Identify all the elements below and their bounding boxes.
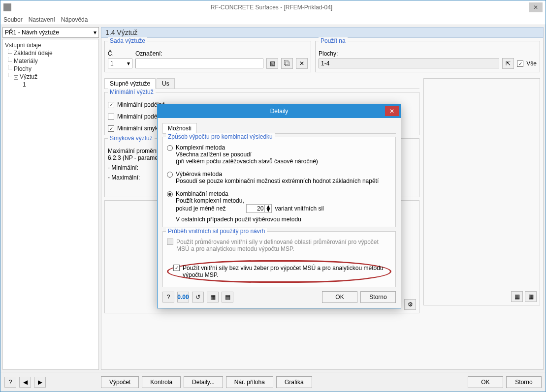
- radio-combination-sub1: Použít komplexní metodu,: [176, 197, 324, 204]
- group-reinf-set: Sada výztuže Č. Označení: 1▾ ▧ ⿻ ✕: [104, 41, 311, 72]
- menubar: Soubor Nastavení Nápověda: [0, 14, 546, 25]
- chk-min-long-2[interactable]: [108, 114, 114, 120]
- chevron-down-icon: ▾: [94, 29, 96, 36]
- calc-button[interactable]: Výpočet: [101, 376, 139, 388]
- chk-min-shear[interactable]: ✓: [108, 125, 114, 132]
- main-window: RF-CONCRETE Surfaces - [RFEM-Priklad-04]…: [0, 0, 546, 392]
- tab-us[interactable]: Us: [157, 78, 175, 89]
- menu-help[interactable]: Nápověda: [61, 16, 88, 23]
- ok-button[interactable]: OK: [468, 376, 503, 388]
- spinner-down-icon[interactable]: ▼: [265, 209, 271, 212]
- radio-complex-label: Komplexní metoda: [176, 144, 318, 151]
- library-icon-2[interactable]: ▦: [525, 291, 537, 302]
- radio-selection[interactable]: [167, 172, 173, 178]
- group-apply-title: Použít na: [319, 37, 348, 44]
- chevron-down-icon: ▾: [127, 60, 130, 67]
- set-name-input[interactable]: [135, 59, 263, 68]
- pick-icon[interactable]: ⇱: [502, 58, 514, 69]
- footer-help-icon[interactable]: ?: [4, 377, 16, 388]
- chk-no-ribs[interactable]: ✓: [173, 265, 180, 271]
- radio-complex-sub1: Všechna zatížení se posoudí: [176, 151, 318, 158]
- col-number-label: Č.: [108, 50, 132, 57]
- dialog-group-method: Způsob výpočtu pro kombinaci výsledku Ko…: [162, 137, 396, 227]
- radio-combination-label: Kombinační metoda: [176, 190, 324, 197]
- dialog-cancel-button[interactable]: Storno: [360, 291, 396, 303]
- radio-combination-sub4: V ostatních případech použít výběrovou m…: [176, 216, 324, 223]
- help-icon[interactable]: ?: [162, 292, 174, 302]
- footer-next-icon[interactable]: ▶: [34, 377, 46, 388]
- case-combo-value: PŘ1 - Návrh výztuže: [5, 29, 59, 36]
- set-number-value: 1: [110, 60, 114, 67]
- panel-title: 1.4 Výztuž: [101, 27, 544, 38]
- units-icon[interactable]: 0.00: [177, 292, 189, 302]
- variant-count-spinner[interactable]: 20 ▲▼: [246, 204, 272, 213]
- details-dialog: Detaily ✕ Možnosti Způsob výpočtu pro ko…: [157, 104, 401, 308]
- group-shear-title: Smyková výztuž: [108, 135, 155, 142]
- sidebar: PŘ1 - Návrh výztuže ▾ Vstupní údaje Zákl…: [2, 27, 99, 370]
- dialog-tab-options[interactable]: Možnosti: [162, 123, 197, 133]
- nav-tree: Vstupní údaje Základní údaje Materiály P…: [2, 39, 99, 370]
- col-name-label: Označení:: [135, 50, 162, 57]
- collapse-icon[interactable]: -: [14, 75, 18, 80]
- case-combo[interactable]: PŘ1 - Návrh výztuže ▾: [2, 27, 99, 38]
- surfaces-input[interactable]: 1-4: [319, 59, 499, 68]
- cancel-button[interactable]: Storno: [506, 376, 542, 388]
- new-icon[interactable]: ▧: [266, 58, 278, 69]
- reset-icon[interactable]: ↺: [192, 292, 204, 302]
- surfaces-label: Plochy:: [319, 50, 537, 57]
- window-close-button[interactable]: ✕: [529, 2, 543, 12]
- chk-averaged-forces: [167, 239, 173, 245]
- tree-item-basic[interactable]: Základní údaje: [5, 49, 96, 57]
- group-reinf-set-title: Sada výztuže: [108, 37, 147, 44]
- chk-min-long-1[interactable]: ✓: [108, 102, 114, 108]
- dialog-ok-button[interactable]: OK: [322, 291, 357, 303]
- tree-item-surfaces[interactable]: Plochy: [5, 65, 96, 73]
- settings-icon[interactable]: ⚙: [404, 299, 416, 310]
- delete-icon[interactable]: ✕: [296, 58, 308, 69]
- surfaces-value: 1-4: [321, 60, 329, 67]
- radio-complex-sub2: (při velkém počtu zatěžovacích stavů čas…: [176, 158, 318, 165]
- radio-combination-sub2: pokud je méně než: [176, 205, 225, 212]
- tab-ratios[interactable]: Stupně výztuže: [104, 78, 156, 89]
- check-button[interactable]: Kontrola: [142, 376, 181, 388]
- tree-item-reinf-1[interactable]: 1: [5, 81, 96, 89]
- radio-selection-label: Výběrová metoda: [176, 171, 379, 178]
- library-icon-1[interactable]: ▦: [511, 291, 523, 302]
- group-apply: Použít na Plochy: 1-4 ⇱ ✓ Vše: [315, 41, 540, 72]
- copy-icon[interactable]: ⿻: [281, 58, 293, 69]
- details-button[interactable]: Detaily...: [184, 376, 223, 388]
- tree-item-reinf[interactable]: -Výztuž: [5, 73, 96, 81]
- radio-selection-sub: Posoudí se pouze kombinační možnosti ext…: [176, 178, 379, 184]
- footer-prev-icon[interactable]: ◀: [19, 377, 31, 388]
- tree-item-reinf-label: Výztuž: [20, 73, 37, 80]
- dialog-group-method-title: Způsob výpočtu pro kombinaci výsledku: [166, 133, 275, 140]
- nat-annex-button[interactable]: Nár. příloha: [226, 376, 273, 388]
- window-title: RF-CONCRETE Surfaces - [RFEM-Priklad-04]: [14, 4, 529, 11]
- preview-area: ▦ ▦: [423, 78, 540, 305]
- dialog-body: Možnosti Způsob výpočtu pro kombinaci vý…: [158, 118, 401, 308]
- load-icon[interactable]: ▦: [207, 292, 219, 302]
- dialog-title: Detaily: [270, 108, 289, 115]
- radio-combination[interactable]: [167, 191, 173, 197]
- group-min-reinf-title: Minimální výztuž: [108, 89, 156, 95]
- dialog-group-forces-title: Průběh vnitřních sil použitý pro návrh: [166, 228, 267, 235]
- chk-no-ribs-label: Použít vnitřní síly bez vlivu žeber pro …: [183, 265, 385, 278]
- tree-root[interactable]: Vstupní údaje: [5, 41, 96, 49]
- chk-averaged-forces-label: Použít průměrované vnitřní síly v defino…: [176, 239, 391, 252]
- variant-count-value: 20: [247, 205, 264, 212]
- graphics-button[interactable]: Grafika: [276, 376, 312, 388]
- sub-tabs: Stupně výztuže Us: [104, 78, 419, 89]
- tree-item-materials[interactable]: Materiály: [5, 57, 96, 65]
- all-label: Vše: [526, 60, 537, 67]
- menu-file[interactable]: Soubor: [3, 16, 23, 23]
- highlighted-option: ✓ Použít vnitřní síly bez vlivu žeber pr…: [167, 260, 391, 283]
- titlebar: RF-CONCRETE Surfaces - [RFEM-Priklad-04]…: [0, 0, 546, 14]
- menu-settings[interactable]: Nastavení: [29, 16, 55, 23]
- radio-complex[interactable]: [167, 145, 173, 151]
- app-icon: [3, 3, 11, 11]
- set-number-combo[interactable]: 1▾: [108, 59, 132, 68]
- dialog-close-button[interactable]: ✕: [385, 106, 399, 116]
- save-icon[interactable]: ▦: [222, 292, 233, 302]
- all-checkbox[interactable]: ✓: [517, 60, 523, 67]
- dialog-group-forces: Průběh vnitřních sil použitý pro návrh P…: [162, 231, 396, 287]
